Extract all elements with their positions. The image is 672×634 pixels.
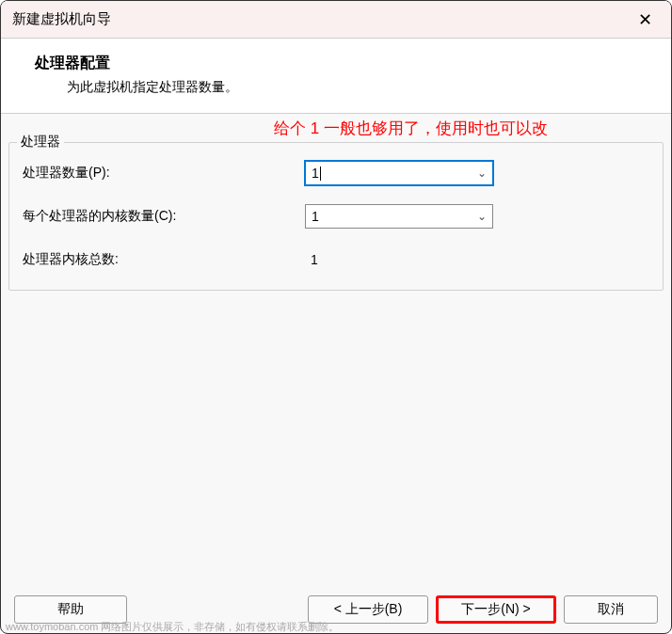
page-subtitle: 为此虚拟机指定处理器数量。 bbox=[67, 79, 648, 96]
content-area: 给个 1 一般也够用了，使用时也可以改 处理器 处理器数量(P): 1 ⌄ 每个… bbox=[1, 114, 671, 586]
cores-per-processor-dropdown[interactable]: 1 ⌄ bbox=[305, 204, 493, 229]
annotation-text: 给个 1 一般也够用了，使用时也可以改 bbox=[274, 118, 548, 139]
next-button[interactable]: 下一步(N) > bbox=[436, 595, 556, 624]
processor-fieldset: 处理器 处理器数量(P): 1 ⌄ 每个处理器的内核数量(C): 1 ⌄ 处理器… bbox=[8, 142, 664, 291]
total-cores-label: 处理器内核总数: bbox=[23, 251, 305, 268]
cores-per-processor-label: 每个处理器的内核数量(C): bbox=[23, 208, 305, 225]
processor-count-label: 处理器数量(P): bbox=[23, 165, 305, 182]
chevron-down-icon: ⌄ bbox=[477, 210, 487, 223]
dropdown-value: 1 bbox=[312, 209, 319, 224]
total-cores-row: 处理器内核总数: 1 bbox=[23, 246, 649, 273]
wizard-window: 新建虚拟机向导 ✕ 处理器配置 为此虚拟机指定处理器数量。 给个 1 一般也够用… bbox=[0, 0, 672, 634]
processor-count-dropdown[interactable]: 1 ⌄ bbox=[305, 161, 493, 185]
close-icon[interactable]: ✕ bbox=[631, 6, 660, 34]
fieldset-legend: 处理器 bbox=[17, 134, 64, 151]
processor-count-row: 处理器数量(P): 1 ⌄ bbox=[23, 160, 649, 186]
wizard-header: 处理器配置 为此虚拟机指定处理器数量。 bbox=[1, 39, 671, 114]
window-title: 新建虚拟机向导 bbox=[12, 10, 111, 28]
total-cores-value: 1 bbox=[305, 252, 318, 267]
chevron-down-icon: ⌄ bbox=[477, 166, 487, 180]
watermark: www.toymoban.com 网络图片仅供展示，非存储，如有侵权请联系删除。 bbox=[6, 620, 339, 634]
page-title: 处理器配置 bbox=[35, 54, 648, 73]
cancel-button[interactable]: 取消 bbox=[564, 595, 658, 624]
dropdown-value: 1 bbox=[312, 166, 319, 181]
cores-per-processor-row: 每个处理器的内核数量(C): 1 ⌄ bbox=[23, 203, 649, 230]
titlebar: 新建虚拟机向导 ✕ bbox=[1, 1, 671, 39]
